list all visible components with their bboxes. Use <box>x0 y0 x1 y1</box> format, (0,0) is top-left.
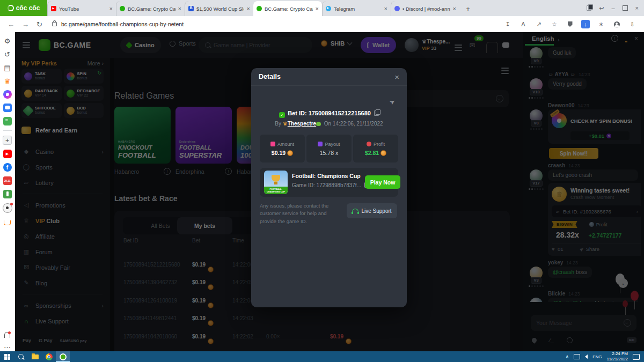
bcgame-page: BC.GAME Casino Sports Game name | Provid… <box>15 32 644 351</box>
chat-app-icon[interactable] <box>3 104 12 112</box>
battery-icon[interactable] <box>3 190 12 198</box>
minimize-button[interactable]: – <box>611 5 614 11</box>
back-icon[interactable]: ← <box>8 20 14 28</box>
tab-close-icon[interactable]: × <box>178 6 181 12</box>
bet-user-link[interactable]: Thespectre <box>288 121 316 127</box>
bet-meta-row: By ♛Thespectre On 14:22:06, 21/11/2022 <box>251 121 407 127</box>
maximize-button[interactable] <box>623 5 628 11</box>
tab-close-icon[interactable]: × <box>109 6 113 12</box>
save-page-icon[interactable]: ↧ <box>503 20 512 28</box>
notification-bell-icon[interactable] <box>4 332 10 338</box>
history-icon[interactable]: ↺ <box>3 50 12 58</box>
game-thumbnail[interactable]: FOOTBALL: CHAMPIONS CUP <box>264 171 288 194</box>
sports-ball-icon[interactable] <box>3 203 12 213</box>
tab-close-icon[interactable]: × <box>247 6 250 12</box>
tab-title: BC.Game: Crypto Casino Gam <box>265 6 313 12</box>
browser-tab[interactable]: Telegram× <box>322 1 391 16</box>
stat-value: $0.19 <box>272 150 293 156</box>
taskbar-search-icon[interactable] <box>14 351 28 362</box>
forward-icon[interactable]: → <box>22 20 29 28</box>
frog-icon <box>316 122 321 126</box>
telegram-favicon-icon <box>326 6 331 11</box>
taskbar-clock[interactable]: 2:24 PM11/21/2022 <box>607 351 628 362</box>
tab-title: $1,500 World Cup Slot Challe <box>196 6 244 12</box>
share-icon[interactable]: ↗ <box>535 20 543 28</box>
youtube-favicon-icon <box>51 6 56 11</box>
modal-close-icon[interactable]: × <box>394 72 399 82</box>
action-center-icon[interactable] <box>633 354 640 360</box>
add-shortcut-icon[interactable]: + <box>3 136 12 145</box>
game-center-icon[interactable] <box>3 117 12 125</box>
browser-tab[interactable]: BC.Game: Crypto Casino Gam× <box>116 1 185 16</box>
trophy-icon <box>272 175 280 182</box>
new-tab-button[interactable]: + <box>463 3 473 14</box>
language-indicator[interactable]: ENG <box>592 354 602 359</box>
lock-icon[interactable] <box>52 22 57 26</box>
tab-close-icon[interactable]: × <box>316 6 319 12</box>
coccoc-logo-icon <box>8 5 14 11</box>
start-button[interactable] <box>0 351 14 362</box>
bet-id-row: ✓Bet ID: 1750089415212215680 <box>251 110 407 118</box>
reload-icon[interactable]: ↻ <box>36 20 42 28</box>
more-icon[interactable]: ⋯ <box>3 343 12 351</box>
bcgame-favicon-icon <box>257 6 262 11</box>
profile-icon[interactable] <box>612 20 621 28</box>
stat-label: Profit <box>367 142 385 147</box>
address-bar: ← → ↻ bc.game/game/football-champions-cu… <box>0 16 644 32</box>
shopping-cart-icon[interactable] <box>4 220 11 225</box>
tab-close-icon[interactable]: × <box>453 6 456 12</box>
copy-icon[interactable] <box>374 110 379 116</box>
discord-favicon-icon <box>394 6 400 11</box>
restore-session-icon[interactable]: ↩ <box>599 5 604 11</box>
tab-title: • Discord | #mod-announc <box>402 6 450 12</box>
facebook-shortcut-icon[interactable]: f <box>3 163 12 172</box>
payout-icon <box>318 142 323 146</box>
browser-tab[interactable]: BC.Game: Crypto Casino Gam× <box>253 1 322 16</box>
network-icon[interactable] <box>574 354 580 359</box>
live-support-button[interactable]: Live Support <box>347 203 397 218</box>
reading-list-icon[interactable]: ▤ <box>3 63 12 72</box>
youtube-shortcut-icon[interactable]: ▶ <box>3 150 12 158</box>
browser-tab-bar: cốc cốc YouTube×BC.Game: Crypto Casino G… <box>0 0 644 16</box>
windows-taskbar: ∧ ENG 2:24 PM11/21/2022 <box>0 351 644 362</box>
tab-strip: YouTube×BC.Game: Crypto Casino Gam×$1,50… <box>47 0 459 16</box>
tray-expand-icon[interactable]: ∧ <box>566 354 569 359</box>
share-icon[interactable]: ➤ <box>388 97 397 106</box>
modal-title: Details <box>259 73 281 80</box>
download-tray-icon[interactable]: ⇩ <box>628 20 636 28</box>
browser-side-strip: ⚙↺▤♛+▶f25.11⋯ <box>0 32 15 351</box>
stat-label: Amount <box>270 142 294 147</box>
downloads-icon[interactable]: ↓ <box>581 20 590 28</box>
stat-amount: Amount$0.19 <box>260 135 305 162</box>
stat-label: Payout <box>318 142 340 147</box>
modal-header: Details × <box>251 68 407 86</box>
headset-icon <box>352 209 358 213</box>
stat-profit: Profit$2.81 <box>353 135 398 162</box>
tab-title: Telegram <box>334 6 382 12</box>
close-window-button[interactable]: × <box>635 5 639 11</box>
browser-tab[interactable]: • Discord | #mod-announc× <box>391 1 459 16</box>
chrome-icon[interactable] <box>42 351 56 362</box>
browser-tab[interactable]: $1,500 World Cup Slot Challe× <box>185 1 253 16</box>
extensions-icon[interactable]: ∗ <box>597 20 605 28</box>
support-note: Any issues, please contact the customer … <box>260 202 345 225</box>
messenger-icon[interactable] <box>3 90 12 99</box>
profit-icon <box>367 142 371 146</box>
browser-logo[interactable]: cốc cốc <box>0 0 47 16</box>
play-now-button[interactable]: Play Now <box>365 175 400 189</box>
tab-search-icon[interactable] <box>587 5 591 11</box>
url-text[interactable]: bc.game/game/football-champions-cup-by-n… <box>61 21 503 27</box>
coccoc-taskbar-icon[interactable] <box>56 351 70 362</box>
stat-value: 15.78 x <box>320 150 338 156</box>
volume-icon[interactable] <box>585 354 588 359</box>
tab-close-icon[interactable]: × <box>384 6 387 12</box>
hot-crown-icon[interactable]: ♛ <box>3 77 12 85</box>
settings-icon[interactable]: ⚙ <box>3 36 12 45</box>
file-explorer-icon[interactable] <box>28 351 42 362</box>
translate-icon[interactable]: A <box>519 20 528 28</box>
calendar-icon[interactable]: 25.11 <box>3 176 12 185</box>
bookmark-star-icon[interactable]: ☆ <box>550 20 559 28</box>
browser-tab[interactable]: YouTube× <box>47 1 116 16</box>
tab-title: YouTube <box>59 6 107 12</box>
shield-icon[interactable] <box>566 20 574 28</box>
